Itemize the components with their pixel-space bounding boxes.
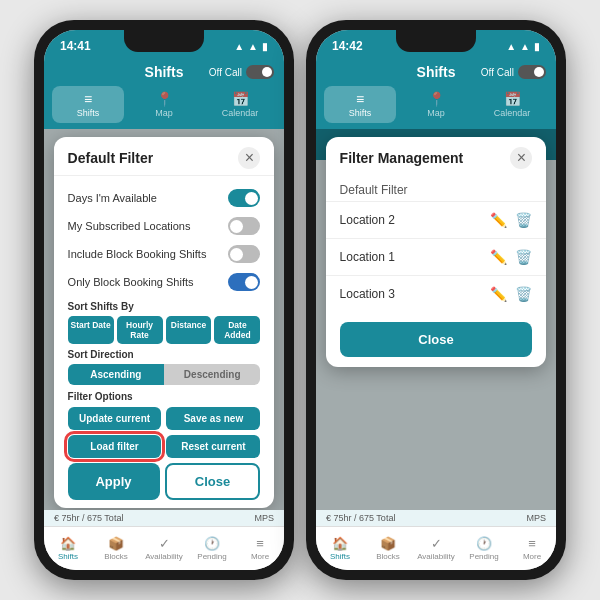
bottom-tab-more-1[interactable]: ≡ More bbox=[236, 536, 284, 561]
edit-icon-location2[interactable]: ✏️ bbox=[490, 212, 507, 228]
tab-map-2[interactable]: 📍 Map bbox=[400, 86, 472, 123]
direction-label: Sort Direction bbox=[68, 349, 261, 360]
default-filter-modal: Default Filter × Days I'm Available My S… bbox=[54, 137, 275, 508]
direction-pills: Ascending Descending bbox=[68, 364, 261, 385]
status-icons-2: ▲ ▲ ▮ bbox=[506, 41, 540, 52]
reset-current-btn[interactable]: Reset current bbox=[166, 435, 260, 458]
wifi-icon-2: ▲ bbox=[520, 41, 530, 52]
save-as-new-btn[interactable]: Save as new bbox=[166, 407, 260, 430]
edit-icon-location3[interactable]: ✏️ bbox=[490, 286, 507, 302]
modal-overlay-2: Filter Management × Default Filter Locat… bbox=[316, 129, 556, 510]
toggle-label-only-block: Only Block Booking Shifts bbox=[68, 276, 194, 288]
bottom-tab-shifts-1[interactable]: 🏠 Shifts bbox=[44, 536, 92, 561]
bottom-tab-blocks-1[interactable]: 📦 Blocks bbox=[92, 536, 140, 561]
off-call-label-2: Off Call bbox=[481, 67, 514, 78]
close-button-1[interactable]: Close bbox=[165, 463, 261, 500]
fm-label-location1: Location 1 bbox=[340, 250, 395, 264]
sort-label: Sort Shifts By bbox=[68, 301, 261, 312]
sort-start-date[interactable]: Start Date bbox=[68, 316, 114, 344]
footer-text-1: € 75hr / 675 Total bbox=[54, 513, 123, 523]
delete-icon-location2[interactable]: 🗑️ bbox=[515, 212, 532, 228]
tab-shifts-2[interactable]: ≡ Shifts bbox=[324, 86, 396, 123]
toggle-only-block-switch[interactable] bbox=[228, 273, 260, 291]
phone-2: 14:42 ▲ ▲ ▮ Shifts Off Call ≡ Sh bbox=[306, 20, 566, 580]
tab-bar-top-2: ≡ Shifts 📍 Map 📅 Calendar bbox=[316, 86, 556, 129]
tab-map-label-2: Map bbox=[427, 108, 445, 118]
status-icons-1: ▲ ▲ ▮ bbox=[234, 41, 268, 52]
toggle-label-days: Days I'm Available bbox=[68, 192, 157, 204]
toggle-days-switch[interactable] bbox=[228, 189, 260, 207]
dir-ascending[interactable]: Ascending bbox=[68, 364, 164, 385]
tab-calendar-1[interactable]: 📅 Calendar bbox=[204, 86, 276, 123]
sort-date-added[interactable]: Date Added bbox=[214, 316, 260, 344]
modal-body-1: Days I'm Available My Subscribed Locatio… bbox=[54, 176, 275, 508]
sort-distance[interactable]: Distance bbox=[166, 316, 212, 344]
toggle-locations-switch[interactable] bbox=[228, 217, 260, 235]
fm-item-location1: Location 1 ✏️ 🗑️ bbox=[326, 238, 547, 275]
toggle-subscribed-locations: My Subscribed Locations bbox=[68, 212, 261, 240]
footer-info-2: € 75hr / 675 Total MPS bbox=[316, 510, 556, 526]
phone-2-screen: 14:42 ▲ ▲ ▮ Shifts Off Call ≡ Sh bbox=[316, 30, 556, 570]
off-call-toggle-2[interactable] bbox=[518, 65, 546, 79]
footer-text-2: € 75hr / 675 Total bbox=[326, 513, 395, 523]
filter-opts-label: Filter Options bbox=[68, 391, 261, 402]
sort-hourly-rate[interactable]: Hourly Rate bbox=[117, 316, 163, 344]
footer-info-1: € 75hr / 675 Total MPS bbox=[44, 510, 284, 526]
filter-management-modal: Filter Management × Default Filter Locat… bbox=[326, 137, 547, 367]
phone-1-screen: 14:41 ▲ ▲ ▮ Shifts Off Call ≡ Sh bbox=[44, 30, 284, 570]
bottom-avail-icon-2: ✓ bbox=[431, 536, 442, 551]
toggle-days-available: Days I'm Available bbox=[68, 184, 261, 212]
fm-close-button[interactable]: Close bbox=[340, 322, 533, 357]
bottom-avail-icon-1: ✓ bbox=[159, 536, 170, 551]
wifi-icon: ▲ bbox=[248, 41, 258, 52]
phone-notch bbox=[124, 30, 204, 52]
tab-map-1[interactable]: 📍 Map bbox=[128, 86, 200, 123]
load-filter-btn[interactable]: Load filter bbox=[68, 435, 162, 458]
toggle-label-locations: My Subscribed Locations bbox=[68, 220, 191, 232]
filter-buttons: Update current Save as new Load filter R… bbox=[68, 407, 261, 458]
status-time-2: 14:42 bbox=[332, 39, 363, 53]
signal-icon-2: ▲ bbox=[506, 41, 516, 52]
delete-icon-location3[interactable]: 🗑️ bbox=[515, 286, 532, 302]
bottom-tab-more-2[interactable]: ≡ More bbox=[508, 536, 556, 561]
tab-bar-top-1: ≡ Shifts 📍 Map 📅 Calendar bbox=[44, 86, 284, 129]
battery-icon-2: ▮ bbox=[534, 41, 540, 52]
modal-close-btn-1[interactable]: × bbox=[238, 147, 260, 169]
bottom-tab-blocks-2[interactable]: 📦 Blocks bbox=[364, 536, 412, 561]
tab-shifts-1[interactable]: ≡ Shifts bbox=[52, 86, 124, 123]
bottom-tab-pending-2[interactable]: 🕐 Pending bbox=[460, 536, 508, 561]
nav-title-2: Shifts bbox=[417, 64, 456, 80]
apply-button[interactable]: Apply bbox=[68, 463, 160, 500]
calendar-icon-2: 📅 bbox=[504, 91, 521, 107]
battery-icon: ▮ bbox=[262, 41, 268, 52]
bottom-tab-pending-1[interactable]: 🕐 Pending bbox=[188, 536, 236, 561]
phone-notch-2 bbox=[396, 30, 476, 52]
tab-map-label-1: Map bbox=[155, 108, 173, 118]
top-nav-1: Shifts Off Call bbox=[44, 58, 284, 86]
toggle-block-switch[interactable] bbox=[228, 245, 260, 263]
tab-calendar-label-1: Calendar bbox=[222, 108, 259, 118]
fm-close-btn[interactable]: × bbox=[510, 147, 532, 169]
dir-descending[interactable]: Descending bbox=[164, 364, 260, 385]
modal-overlay-1: Default Filter × Days I'm Available My S… bbox=[44, 129, 284, 510]
tab-shifts-label-2: Shifts bbox=[349, 108, 372, 118]
modal-header-1: Default Filter × bbox=[54, 137, 275, 176]
tab-calendar-2[interactable]: 📅 Calendar bbox=[476, 86, 548, 123]
bottom-pending-label-2: Pending bbox=[469, 552, 498, 561]
bottom-tab-shifts-2[interactable]: 🏠 Shifts bbox=[316, 536, 364, 561]
bottom-tab-availability-1[interactable]: ✓ Availability bbox=[140, 536, 188, 561]
delete-icon-location1[interactable]: 🗑️ bbox=[515, 249, 532, 265]
update-current-btn[interactable]: Update current bbox=[68, 407, 162, 430]
shifts-icon-2: ≡ bbox=[356, 91, 364, 107]
fm-actions-location3: ✏️ 🗑️ bbox=[490, 286, 532, 302]
bottom-pending-label-1: Pending bbox=[197, 552, 226, 561]
bottom-avail-label-1: Availability bbox=[145, 552, 183, 561]
sort-pills: Start Date Hourly Rate Distance Date Add… bbox=[68, 316, 261, 344]
status-time-1: 14:41 bbox=[60, 39, 91, 53]
toggle-block-booking: Include Block Booking Shifts bbox=[68, 240, 261, 268]
tab-calendar-label-2: Calendar bbox=[494, 108, 531, 118]
edit-icon-location1[interactable]: ✏️ bbox=[490, 249, 507, 265]
map-icon-1: 📍 bbox=[156, 91, 173, 107]
off-call-toggle-1[interactable] bbox=[246, 65, 274, 79]
bottom-tab-availability-2[interactable]: ✓ Availability bbox=[412, 536, 460, 561]
